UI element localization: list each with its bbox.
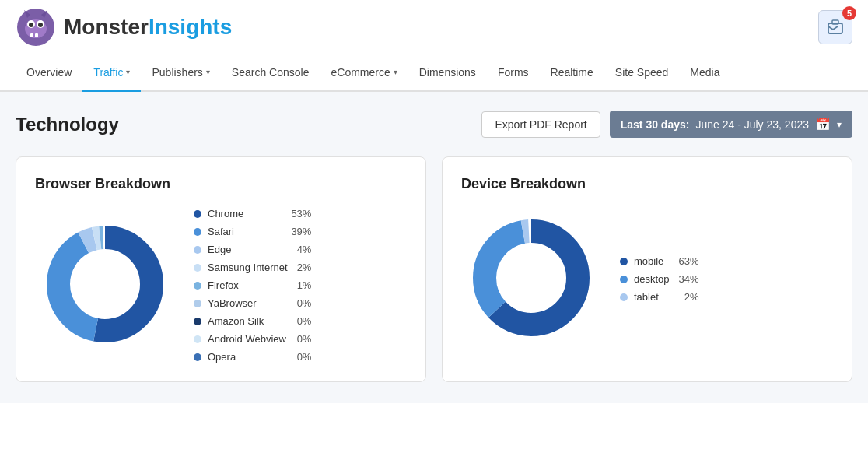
nav-item-realtime[interactable]: Realtime <box>540 54 604 92</box>
mobile-dot <box>620 258 628 265</box>
inbox-icon <box>827 19 844 36</box>
legend-item-safari: Safari 39% <box>194 226 311 237</box>
safari-dot <box>194 228 201 236</box>
edge-dot <box>194 246 201 254</box>
android-webview-dot <box>194 335 201 343</box>
nav-item-ecommerce[interactable]: eCommerce ▾ <box>320 54 408 92</box>
device-breakdown-card: Device Breakdown mobile <box>442 156 852 382</box>
legend-item-android-webview: Android Webview 0% <box>194 333 311 345</box>
yabrowser-dot <box>194 300 201 307</box>
logo-text: MonsterInsights <box>64 15 232 40</box>
header-right: 5 <box>818 10 852 44</box>
browser-legend: Chrome 53% Safari 39% Edge 4% <box>194 208 311 363</box>
device-legend: mobile 63% desktop 34% tablet 2% <box>620 255 699 303</box>
nav-item-site-speed[interactable]: Site Speed <box>604 54 680 92</box>
svg-rect-6 <box>30 33 33 37</box>
browser-breakdown-card: Browser Breakdown <box>16 156 426 382</box>
browser-card-title: Browser Breakdown <box>35 176 407 192</box>
legend-item-opera: Opera 0% <box>194 351 311 363</box>
page-title: Technology <box>16 114 119 135</box>
device-donut-svg <box>461 208 601 348</box>
legend-item-tablet: tablet 2% <box>620 291 699 303</box>
firefox-dot <box>194 282 201 290</box>
desktop-dot <box>620 276 628 283</box>
nav-item-forms[interactable]: Forms <box>487 54 540 92</box>
nav-item-publishers[interactable]: Publishers ▾ <box>141 54 220 92</box>
logo: MonsterInsights <box>16 7 232 47</box>
notification-button[interactable]: 5 <box>818 10 852 44</box>
page-header: Technology Export PDF Report Last 30 day… <box>16 111 852 138</box>
svg-point-4 <box>29 23 33 27</box>
samsung-dot <box>194 264 201 272</box>
chevron-down-icon: ▾ <box>206 68 210 76</box>
chrome-dot <box>194 210 201 218</box>
cards-row: Browser Breakdown <box>16 156 852 382</box>
legend-item-edge: Edge 4% <box>194 244 311 255</box>
export-pdf-button[interactable]: Export PDF Report <box>481 111 600 138</box>
browser-donut-chart <box>35 214 175 356</box>
date-range-selector[interactable]: Last 30 days: June 24 - July 23, 2023 📅 … <box>610 111 852 138</box>
monster-insights-logo-icon <box>16 7 56 47</box>
legend-item-yabrowser: YaBrowser 0% <box>194 297 311 309</box>
page-header-controls: Export PDF Report Last 30 days: June 24 … <box>481 111 852 138</box>
legend-item-firefox: Firefox 1% <box>194 279 311 291</box>
legend-item-amazon-silk: Amazon Silk 0% <box>194 315 311 327</box>
tablet-dot <box>620 293 628 301</box>
chevron-down-icon: ▾ <box>126 68 130 76</box>
svg-point-5 <box>38 23 43 27</box>
notification-badge: 5 <box>842 6 856 20</box>
svg-rect-11 <box>832 20 838 24</box>
chevron-down-icon: ▾ <box>394 68 397 76</box>
nav-item-search-console[interactable]: Search Console <box>221 54 320 92</box>
browser-donut-svg <box>35 214 175 354</box>
app-header: MonsterInsights 5 <box>0 0 868 54</box>
legend-item-mobile: mobile 63% <box>620 255 699 267</box>
device-chart-content: mobile 63% desktop 34% tablet 2% <box>461 208 833 350</box>
svg-rect-7 <box>35 33 38 37</box>
date-range-label: Last 30 days: <box>621 118 690 131</box>
nav-item-overview[interactable]: Overview <box>16 54 82 92</box>
amazon-silk-dot <box>194 318 201 325</box>
browser-chart-content: Chrome 53% Safari 39% Edge 4% <box>35 208 407 363</box>
legend-item-desktop: desktop 34% <box>620 273 699 285</box>
legend-item-chrome: Chrome 53% <box>194 208 311 219</box>
nav-item-media[interactable]: Media <box>679 54 730 92</box>
date-range-value: June 24 - July 23, 2023 <box>695 118 809 131</box>
device-donut-chart <box>461 208 601 350</box>
main-nav: Overview Traffic ▾ Publishers ▾ Search C… <box>0 54 868 92</box>
legend-item-samsung: Samsung Internet 2% <box>194 262 311 273</box>
nav-item-traffic[interactable]: Traffic ▾ <box>82 54 141 92</box>
chevron-down-icon: ▾ <box>837 119 842 130</box>
calendar-icon: 📅 <box>815 117 831 132</box>
device-card-title: Device Breakdown <box>461 176 833 192</box>
nav-item-dimensions[interactable]: Dimensions <box>408 54 487 92</box>
opera-dot <box>194 353 201 361</box>
main-content: Technology Export PDF Report Last 30 day… <box>0 92 868 403</box>
